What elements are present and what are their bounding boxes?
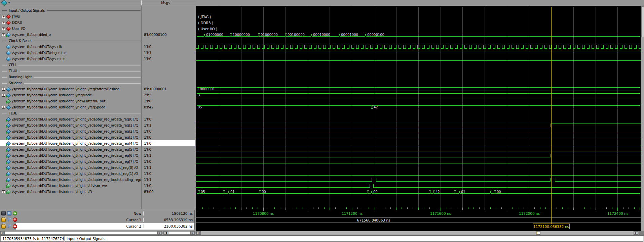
signal-row[interactable]: /system_tb/board/DUT/core_i/student_i/rl… [0,171,141,177]
sheet-icon[interactable] [1,211,6,215]
expander-plus-icon[interactable]: + [2,21,5,24]
wave-scrollbar-thumb[interactable] [536,231,540,235]
wave-row-signal[interactable]: ( JTAG ) [198,15,211,19]
scrollbar-corner-grip[interactable] [639,231,644,235]
wave-row-signal[interactable]: ( User I/O ) [198,27,217,31]
signal-value-row[interactable]: 1'h0 [142,56,195,62]
signal-row[interactable]: /system_tb/board/DUT/core_i/student_i/rl… [0,116,141,122]
lock-icon[interactable] [1,224,6,229]
signal-value-row[interactable]: 1'h0 [142,98,195,104]
signal-row[interactable]: /system_tb/board/DUT/core_i/student_i/rl… [0,140,141,146]
scroll-left-button[interactable]: ◀ [0,231,5,235]
drop-icon[interactable] [13,211,17,215]
signal-value-row[interactable]: 1'h1 [142,152,195,158]
waveform-canvas[interactable]: ( JTAG )( DDR3 )( User I/O )010000001000… [196,6,641,207]
expander-plus-icon[interactable]: + [2,27,5,30]
signal-row[interactable]: /system_tb/board/DUT/core_i/student_i/rl… [0,164,141,171]
signal-value-row[interactable]: 1'h0 [142,158,195,164]
group-row[interactable]: TL-UL [0,68,141,74]
signal-value-row[interactable] [142,7,195,13]
expander-plus-icon[interactable]: + [2,190,5,193]
expander-plus-icon[interactable]: + [2,94,5,97]
scroll-right-button[interactable]: ▶ [157,231,162,235]
remove-icon[interactable] [13,217,17,222]
expander-plus-icon[interactable]: + [2,33,5,36]
scroll-right-button[interactable]: ▶ [190,231,195,235]
signal-value-row[interactable]: 1'h0 [142,116,195,122]
signal-value-row[interactable]: 1'h1 [142,50,195,56]
signal-value-row[interactable] [142,19,195,26]
names-scrollbar-thumb[interactable] [5,231,157,235]
signal-row[interactable]: /system_tb/board/DUT/sys_rst_n [0,56,141,62]
signal-value-row[interactable]: 1'h0 [142,128,195,134]
signal-row[interactable]: +User I/O [0,26,141,32]
panel-icon[interactable] [7,211,11,215]
cursor-1-row[interactable]: Cursor 10533.196319 ns [0,216,194,223]
cursor-2-row[interactable]: Cursor 22100.036382 ns [0,223,194,230]
signal-value-row[interactable] [142,62,195,68]
signal-row[interactable]: +/system_tb/board/DUT/core_i/student_i/r… [0,104,141,110]
signal-row[interactable]: /system_tb/board/DUT/core_i/student_i/rl… [0,134,141,140]
group-row[interactable]: Clock & Reset [0,38,141,44]
group-row[interactable]: Student [0,80,141,86]
wrench-icon[interactable] [7,224,11,229]
timeline-and-cursor-band[interactable]: 1170800 ns1171200 ns1171600 ns1172000 ns… [196,207,641,231]
signal-row[interactable]: /system_tb/board/DUT/core_i/student_i/rl… [0,183,141,189]
signal-value-row[interactable] [142,80,195,86]
expander-plus-icon[interactable]: + [2,88,5,91]
signal-row[interactable]: /system_tb/board/DUT/dbg_rst_n [0,50,141,56]
signal-value-row[interactable]: 8'b00000100 [142,32,195,38]
signal-value-row[interactable] [142,26,195,32]
signal-value-row[interactable]: 1'h1 [142,122,195,128]
signal-value-row[interactable]: 2'h3 [142,92,195,98]
signal-row[interactable]: /system_tb/board/DUT/core_i/student_i/rl… [0,122,141,128]
expander-plus-icon[interactable]: + [2,106,5,109]
values-scrollbar-thumb[interactable] [168,231,190,235]
signal-names-panel[interactable]: Input / Output Signals+JTAG+DDR3+User I/… [0,6,142,209]
signal-value-row[interactable]: 1'h0 [142,183,195,189]
values-horizontal-scrollbar[interactable]: ◀ ▶ [163,231,195,235]
group-row[interactable]: Input / Output Signals [0,7,141,13]
group-row[interactable]: Running Light [0,74,141,80]
signal-value-row[interactable]: 8'h00 [142,189,195,195]
signal-row[interactable]: +/system_tb/board/DUT/core_i/student_i/r… [0,92,141,98]
signal-value-row[interactable]: 8'h42 [142,104,195,110]
scroll-right-button[interactable]: ▶ [634,231,638,235]
remove-icon[interactable] [13,224,17,229]
wave-vertical-scrollbar-thumb[interactable] [641,6,644,37]
wrench-icon[interactable] [7,217,11,222]
lock-icon[interactable] [1,217,6,222]
signal-row[interactable]: +/system_tb/board/DUT/core_i/student_i/r… [0,189,141,195]
signal-row[interactable]: +DDR3 [0,19,141,26]
signal-value-row[interactable]: 1'h1 [142,164,195,171]
signal-row[interactable]: +/system_tb/board/led_o [0,32,141,38]
signal-value-row[interactable] [142,68,195,74]
signal-value-row[interactable]: 8'b10000001 [142,86,195,92]
signal-value-row[interactable] [142,110,195,116]
signal-row[interactable]: +JTAG [0,13,141,19]
signal-value-row[interactable]: 1'h0 [142,146,195,152]
names-horizontal-scrollbar[interactable]: ◀ ▶ [0,231,162,235]
signal-row[interactable]: /system_tb/board/DUT/sys_clk [0,44,141,50]
signal-row[interactable]: /system_tb/board/DUT/core_i/student_i/rl… [0,152,141,158]
chevron-down-icon[interactable]: ▾ [8,1,10,4]
signal-value-row[interactable]: 1'h0 [142,171,195,177]
signal-value-row[interactable] [142,38,195,44]
signal-tree-header[interactable]: ▾ [0,0,141,5]
signal-row[interactable]: /system_tb/board/DUT/core_i/student_i/rl… [0,128,141,134]
signal-row[interactable]: /system_tb/board/DUT/core_i/student_i/ne… [0,98,141,104]
scroll-left-button[interactable]: ◀ [164,231,168,235]
now-row[interactable]: Now1505120 ns [0,210,194,216]
msgs-column-header[interactable]: Msgs [141,0,196,5]
signal-value-row[interactable]: 1'h1 [142,177,195,183]
signal-value-row[interactable]: 1'h0 [142,44,195,50]
signal-value-row[interactable]: 1'h0 [142,140,195,146]
scroll-left-button[interactable]: ◀ [196,231,201,235]
wave-row-signal[interactable]: ( DDR3 ) [198,21,213,25]
expander-plus-icon[interactable]: + [2,15,5,18]
signal-value-row[interactable] [142,74,195,80]
signal-row[interactable]: /system_tb/board/DUT/core_i/student_i/rl… [0,158,141,164]
wave-vertical-scrollbar[interactable] [641,6,644,231]
group-row[interactable]: TLUL [0,110,141,116]
signal-row[interactable]: +/system_tb/board/DUT/core_i/student_i/r… [0,86,141,92]
